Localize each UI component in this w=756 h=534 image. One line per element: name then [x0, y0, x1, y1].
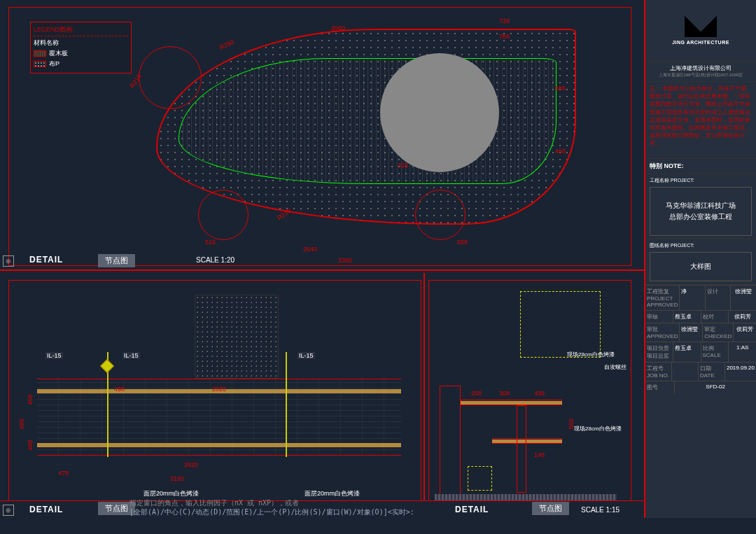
dim-d: R290 [218, 38, 235, 51]
legend-col-label: 材料名称 [34, 38, 59, 48]
dim-seg2: 498 [114, 386, 125, 393]
dim-h: 3380 [338, 257, 352, 264]
logo-text: JING ARCHITECTURE [672, 40, 729, 45]
bl-marker [100, 359, 114, 373]
aux-circle-1 [139, 46, 202, 109]
swatch-wood [34, 50, 46, 57]
tb-logo: JING ARCHITECTURE [645, 0, 756, 62]
bl-hatch [195, 295, 279, 379]
dim-k: 422 [398, 162, 408, 169]
br-leg [517, 405, 526, 493]
cmd-opts: [全部(A)/中心(C)/动态(D)/范围(E)/上一个(P)/比例(S)/窗口… [130, 507, 414, 517]
br-dim-d: 148 [534, 451, 545, 458]
tb-row-3: 项目负责 项目总监蔡玉卓比例 SCALE1:AS [645, 342, 756, 362]
viewport-bottom-right[interactable]: 208 308 498 148 568 现场28cm白色烤漆 自攻螺丝 现场28… [428, 280, 631, 511]
divider-vertical [424, 273, 425, 518]
dim-b: 768 [499, 33, 510, 40]
bl-band-2 [37, 443, 401, 447]
br-dim-c: 498 [534, 390, 545, 397]
tb-row-0: 工程批复 PROJECT APPROVED净设计徐洲莹 [645, 285, 756, 310]
scale-top: SCALE 1:20 [196, 256, 234, 264]
lbl-t3: IL-15 [298, 352, 315, 359]
dim-g: 2640 [303, 246, 317, 253]
dim-i: 858 [457, 239, 468, 246]
viewport-bottom-left[interactable]: IL-15 IL-15 IL-15 458 488 468 478 498 26… [8, 280, 421, 511]
bl-post-2 [286, 352, 287, 457]
project: 工程名称 PROJECT: 马克华菲浦江科技广场 总部办公室装修工程 [645, 174, 756, 239]
title-block: JING ARCHITECTURE 上海净建筑设计有限公司 上海市黄浦区188号… [644, 0, 756, 518]
dim-h2: 488 [18, 419, 25, 429]
br-col-left [440, 386, 461, 498]
attn-k: 特别 [650, 162, 662, 169]
br-dash-callout [520, 291, 601, 358]
br-band-seat [492, 440, 562, 443]
section-tag-br: 节点图 [532, 502, 569, 515]
lbl-t2: IL-15 [122, 352, 140, 359]
note2: 面层20mm白色烤漆 [303, 489, 361, 498]
swatch-dot [34, 61, 46, 67]
company: 上海净建筑设计有限公司 上海市黄浦区188号蓝(筑)设计院1007-1009室 [645, 62, 756, 82]
plan-shape: 2060 768 738 R290 468 686 1269 516 2640 … [156, 29, 576, 225]
dim-n: 686 [555, 85, 566, 92]
drawing-k: 图纸名称 PROJECT: [650, 242, 752, 249]
tb-row-2: 审批 APPROVED徐洲莹审定 CHECKED侯莉芳 [645, 323, 756, 342]
br-dash-detail [468, 466, 492, 491]
attn-v: NOTE: [664, 162, 684, 169]
viewport-top[interactable]: LEGEND图例: 材料名称 覆木板 布P 2060 768 738 R290 … [8, 7, 631, 266]
scale-br: SCALE 1:15 [581, 506, 620, 514]
legend-header: LEGEND图例: [34, 25, 128, 36]
drawing: 图纸名称 PROJECT: 大样图 [645, 239, 756, 285]
project-k: 工程名称 PROJECT: [650, 177, 752, 184]
divider-horizontal [0, 269, 644, 271]
attention: 特别 NOTE: [645, 159, 756, 174]
tb-table: 工程批复 PROJECT APPROVED净设计徐洲莹 审核蔡玉卓校对侯莉芳 审… [645, 285, 756, 393]
dim-wtot: 3180 [170, 475, 184, 482]
notes: 注： 本图纸与公制为单位，所有尺寸需图米计算。如约以比例丈量本图。一切应依图内数… [645, 82, 756, 159]
dim-seg3: 2620 [184, 461, 198, 468]
project-l1: 马克华菲浦江科技广场 [652, 201, 750, 211]
dim-seg4: 2020 [212, 386, 226, 393]
legend-row-1: 布P [49, 59, 59, 69]
command-line[interactable]: 指定窗口的角点，输入比例因子（nX 或 nXP），或者 [全部(A)/中心(C)… [130, 498, 414, 517]
shape-inner [178, 58, 556, 184]
notes-hdr: 注： [650, 85, 661, 92]
section-tag-top: 节点图 [98, 254, 135, 267]
dim-a: 2060 [331, 24, 345, 31]
br-dim-a: 308 [499, 390, 510, 397]
project-l2: 总部办公室装修工程 [652, 212, 750, 222]
tb-row-5: 图号SFD-02 [645, 381, 756, 393]
note1: 面层20mm白色烤漆 [142, 489, 200, 498]
project-box: 马克华菲浦江科技广场 总部办公室装修工程 [650, 187, 752, 236]
notes-body: 本图纸与公制为单位，所有尺寸需图米计算。如约以比例丈量本图。一切应依图内数字所示… [650, 85, 750, 146]
dim-f: 516 [205, 239, 216, 246]
drawing-name: 大样图 [652, 262, 750, 272]
br-note3: 现场28cm白色烤漆 [573, 425, 623, 433]
logo-icon [685, 16, 717, 37]
dim-h3: 468 [27, 440, 34, 450]
ucs-icon-bl: ⊕ [3, 505, 14, 516]
legend-row-0: 覆木板 [49, 49, 68, 58]
dim-j: 468 [555, 148, 566, 155]
br-note2: 自攻螺丝 [603, 363, 628, 371]
drawing-box: 大样图 [650, 252, 752, 281]
company-addr: 上海市黄浦区188号蓝(筑)设计院1007-1009室 [650, 72, 752, 78]
detail-label-br: DETAIL [455, 505, 489, 514]
legend-box: LEGEND图例: 材料名称 覆木板 布P [30, 22, 132, 73]
ucs-icon-top: ⊕ [3, 255, 14, 267]
company-name: 上海净建筑设计有限公司 [650, 64, 752, 72]
lbl-t1: IL-15 [46, 352, 63, 359]
dim-c: 738 [499, 17, 510, 24]
big-circle [380, 53, 499, 172]
br-band-top [461, 401, 562, 405]
detail-label-bl: DETAIL [29, 505, 63, 514]
br-dim-b: 208 [471, 390, 482, 397]
footer-bar: ⊕ DETAIL 节点图 DETAIL 节点图 SCALE 1:15 指定窗口的… [0, 500, 644, 518]
dim-seg1: 478 [58, 470, 69, 477]
aux-circle-2 [198, 190, 248, 240]
cmd-hint: 指定窗口的角点，输入比例因子（nX 或 nXP），或者 [130, 498, 414, 507]
br-note1: 现场28cm白色烤漆 [566, 351, 616, 358]
detail-label-top: DETAIL [29, 255, 63, 265]
dim-h1: 458 [27, 394, 34, 405]
tb-row-4: 工程号 JOB NO.日期 DATE2019.09.20 [645, 362, 756, 381]
drawing-canvas[interactable]: LEGEND图例: 材料名称 覆木板 布P 2060 768 738 R290 … [0, 0, 644, 518]
